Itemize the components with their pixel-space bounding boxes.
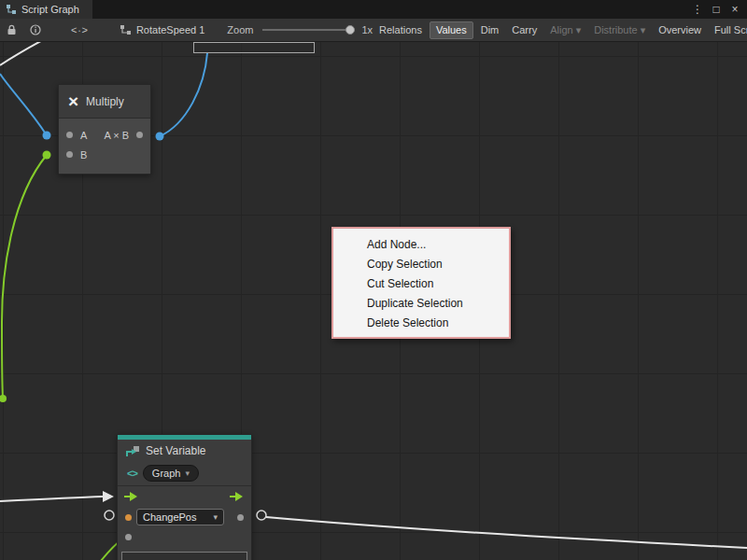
fullscreen-label: Full Screen: [714, 24, 747, 35]
context-menu: Add Node... Copy Selection Cut Selection…: [331, 227, 511, 339]
wire-white-flow-in[interactable]: [0, 497, 103, 501]
code-view-button[interactable]: <∙>: [64, 19, 95, 42]
graph-canvas[interactable]: × Multiply A A × B B: [0, 42, 747, 560]
flow-output-arrow-icon[interactable]: [230, 491, 245, 502]
port-label-output: A × B: [104, 130, 129, 141]
zoom-control: Zoom 1x: [227, 24, 373, 35]
flow-row: [118, 486, 251, 507]
maximize-icon[interactable]: □: [710, 3, 723, 16]
tab-script-graph[interactable]: Script Graph: [0, 0, 92, 19]
align-button[interactable]: Align ▾: [544, 21, 586, 39]
graph-scope-icon: <>: [127, 468, 137, 479]
carry-button[interactable]: Carry: [506, 21, 543, 39]
tab-title: Script Graph: [21, 4, 79, 15]
value-port-row: [118, 527, 251, 546]
zoom-label: Zoom: [227, 24, 253, 35]
info-button[interactable]: [23, 19, 48, 42]
zoom-slider[interactable]: [262, 24, 354, 35]
unity-script-graph-window: Script Graph ⋮ □ × <∙>: [0, 0, 747, 560]
set-variable-title: Set Variable: [146, 444, 205, 457]
multiply-row-b: B: [59, 145, 150, 164]
port-variable-input[interactable]: [125, 514, 132, 521]
graph-name-label: RotateSpeed 1: [136, 24, 204, 35]
port-input-b[interactable]: [66, 151, 73, 158]
lock-button[interactable]: [0, 19, 23, 42]
chevron-down-icon: ▾: [185, 469, 190, 478]
node-multiply[interactable]: × Multiply A A × B B: [58, 84, 151, 175]
chevron-down-icon: ▾: [641, 24, 646, 36]
zoom-slider-thumb[interactable]: [345, 25, 355, 35]
chevron-down-icon: ▾: [213, 512, 218, 522]
window-controls: ⋮ □ ×: [691, 3, 747, 16]
multiply-header[interactable]: × Multiply: [59, 85, 150, 119]
overview-button[interactable]: Overview: [653, 21, 707, 39]
graph-toolbar: <∙> RotateSpeed 1 Zoom 1x Relations Val: [0, 19, 747, 42]
wire-blue-input-endpoint[interactable]: [43, 132, 51, 140]
node-footer-box: [121, 552, 247, 560]
dim-button[interactable]: Dim: [475, 21, 505, 39]
zoom-value: 1x: [361, 24, 373, 35]
toolbar-right-group: Relations Values Dim Carry Align ▾ Distr…: [373, 19, 747, 42]
port-label-b: B: [80, 149, 87, 161]
flow-in-arrowhead-icon: [103, 491, 114, 502]
carry-label: Carry: [512, 24, 537, 35]
flow-input-arrow-icon[interactable]: [124, 491, 139, 502]
variable-dropdown[interactable]: ChangePos ▾: [136, 509, 224, 525]
dim-label: Dim: [481, 24, 500, 35]
empty-field-box: [193, 42, 315, 53]
value-bubble-right: [257, 511, 266, 520]
fullscreen-button[interactable]: Full Screen: [709, 21, 747, 39]
multiply-row-a: A A × B: [59, 125, 150, 145]
set-variable-header[interactable]: Set Variable: [118, 440, 251, 462]
align-label: Align: [550, 24, 572, 35]
zoom-slider-track[interactable]: [262, 29, 354, 31]
scope-row: <> Graph ▾: [118, 462, 251, 484]
wire-white-value-out[interactable]: [266, 517, 747, 548]
relations-button[interactable]: Relations: [374, 21, 428, 39]
info-icon: [30, 24, 41, 35]
lock-icon: [7, 24, 17, 35]
port-label-a: A: [80, 130, 87, 141]
multiply-title: Multiply: [86, 95, 124, 108]
wire-blue-input-a[interactable]: [0, 74, 47, 135]
graph-asset-icon: [120, 24, 132, 35]
relations-label: Relations: [379, 24, 422, 35]
variable-name: ChangePos: [143, 511, 197, 523]
distribute-label: Distribute: [594, 24, 637, 35]
value-bubble-left: [105, 511, 114, 520]
node-set-variable[interactable]: Set Variable <> Graph ▾: [117, 434, 252, 560]
wire-blue-output-endpoint[interactable]: [156, 133, 164, 141]
script-graph-icon: [6, 4, 17, 15]
kebab-menu-icon[interactable]: ⋮: [691, 3, 704, 16]
wire-green-input-endpoint[interactable]: [43, 151, 51, 160]
port-input-a[interactable]: [66, 132, 73, 138]
wire-green-input-b[interactable]: [2, 155, 47, 399]
menu-item-add-node[interactable]: Add Node...: [333, 235, 509, 255]
wire-blue-output[interactable]: [160, 53, 207, 136]
port-value-input[interactable]: [125, 534, 132, 540]
menu-item-duplicate-selection[interactable]: Duplicate Selection: [333, 294, 509, 314]
menu-item-copy-selection[interactable]: Copy Selection: [333, 255, 509, 274]
wire-white-topleft[interactable]: [0, 42, 51, 65]
values-button[interactable]: Values: [430, 21, 473, 39]
menu-item-delete-selection[interactable]: Delete Selection: [333, 314, 509, 333]
overview-label: Overview: [658, 24, 701, 35]
scope-dropdown[interactable]: Graph ▾: [143, 465, 199, 482]
title-bar: Script Graph ⋮ □ ×: [0, 0, 747, 19]
scope-value: Graph: [152, 468, 181, 479]
chevron-down-icon: ▾: [576, 24, 582, 36]
code-icon: <∙>: [71, 24, 89, 35]
menu-item-cut-selection[interactable]: Cut Selection: [333, 274, 509, 294]
values-label: Values: [436, 24, 467, 35]
distribute-button[interactable]: Distribute ▾: [588, 21, 651, 39]
set-variable-icon: [125, 445, 140, 457]
close-icon[interactable]: ×: [728, 3, 741, 16]
wire-green-left-endpoint[interactable]: [0, 395, 7, 402]
port-variable-output[interactable]: [237, 514, 244, 521]
multiply-body: A A × B B: [59, 119, 150, 174]
graph-breadcrumb[interactable]: RotateSpeed 1: [120, 24, 204, 35]
variable-row: ChangePos ▾: [118, 507, 251, 527]
multiply-icon: ×: [68, 92, 78, 110]
port-output[interactable]: [136, 132, 143, 138]
